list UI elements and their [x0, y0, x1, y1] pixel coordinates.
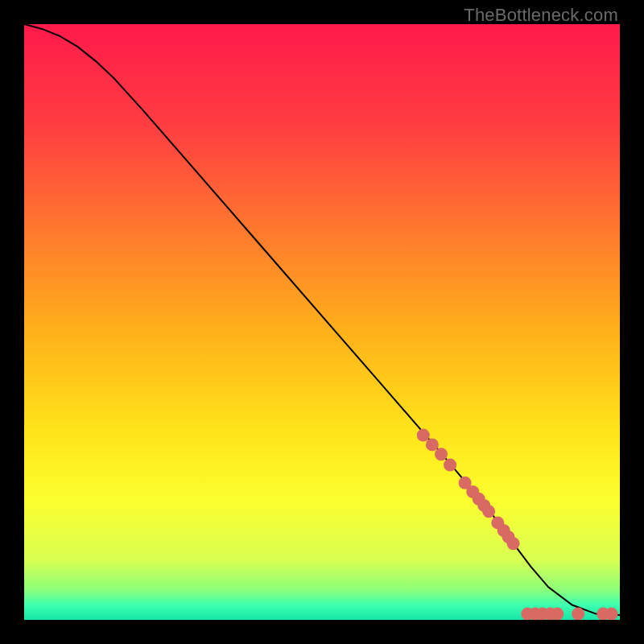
chart-frame	[24, 24, 620, 620]
chart-svg	[24, 24, 620, 620]
scatter-point	[551, 608, 564, 620]
watermark-text: TheBottleneck.com	[464, 5, 618, 26]
scatter-point	[605, 608, 618, 620]
scatter-point	[426, 438, 439, 451]
scatter-point	[482, 505, 495, 518]
scatter-point	[572, 608, 584, 620]
scatter-point	[507, 537, 520, 550]
scatter-point	[417, 429, 430, 442]
chart-background	[24, 24, 620, 620]
scatter-point	[435, 448, 448, 460]
scatter-point	[444, 459, 456, 472]
